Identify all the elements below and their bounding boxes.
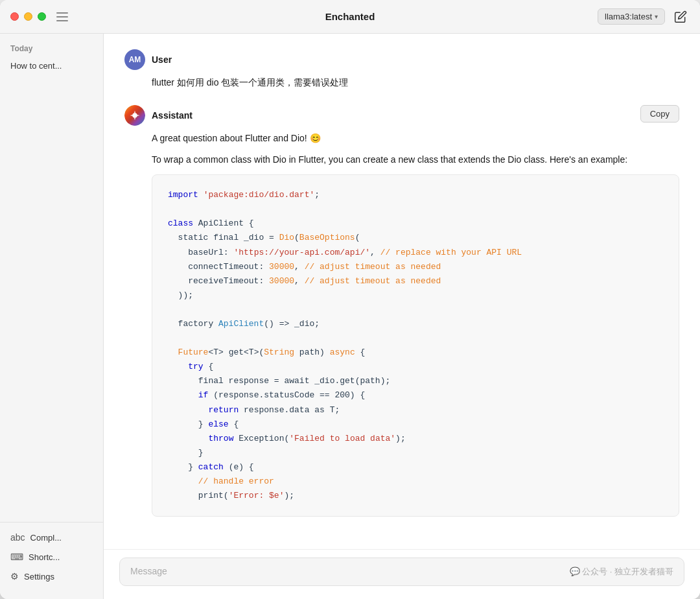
assistant-message-header: Assistant — [124, 105, 679, 126]
close-button[interactable] — [10, 12, 19, 21]
user-avatar: AM — [124, 49, 145, 70]
watermark-label: 💬 公众号 · 独立开发者猫哥 — [570, 566, 673, 578]
abc-icon: abc — [10, 532, 25, 543]
message-input-container[interactable]: Message 💬 公众号 · 独立开发者猫哥 — [119, 558, 684, 586]
sidebar: Today How to cent... abc Compl... ⌨ Shor… — [0, 34, 104, 599]
assistant-avatar — [124, 105, 145, 126]
completions-label: Compl... — [30, 533, 62, 543]
code-block: import 'package:dio/dio.dart'; class Api… — [152, 174, 679, 517]
code-line-3: static final _dio = Dio(BaseOptions( — [168, 231, 663, 245]
toggle-line — [56, 12, 68, 14]
chevron-down-icon: ▾ — [655, 13, 658, 20]
user-message-text: flutter 如何用 dio 包装一个通用类，需要错误处理 — [152, 75, 679, 89]
assistant-avatar-inner — [124, 105, 145, 126]
copy-button[interactable]: Copy — [640, 105, 679, 123]
settings-label: Settings — [24, 572, 54, 581]
code-line-6: receiveTimeout: 30000, // adjust timeout… — [168, 274, 663, 288]
minimize-button[interactable] — [24, 12, 32, 21]
code-line-15: return response.data as T; — [168, 403, 663, 417]
input-area: Message 💬 公众号 · 独立开发者猫哥 — [104, 549, 700, 599]
gear-icon: ⚙ — [10, 571, 19, 581]
new-chat-button[interactable] — [671, 8, 690, 26]
sidebar-item-history[interactable]: How to cent... — [0, 57, 103, 75]
message-input-placeholder: Message — [130, 566, 167, 576]
app-title: Enchanted — [325, 11, 375, 22]
svg-point-0 — [132, 113, 137, 119]
code-line-5: connectTimeout: 30000, // adjust timeout… — [168, 260, 663, 274]
maximize-button[interactable] — [38, 12, 46, 21]
toggle-line — [56, 20, 68, 21]
assistant-message: Assistant Copy A great question about Fl… — [124, 105, 679, 517]
titlebar-actions: llama3:latest ▾ — [598, 8, 690, 26]
traffic-lights — [10, 12, 46, 21]
code-line-17: throw Exception('Failed to load data'); — [168, 432, 663, 446]
assistant-intro-1: A great question about Flutter and Dio! … — [152, 131, 679, 145]
app-window: Enchanted llama3:latest ▾ Today How to c… — [0, 0, 700, 599]
model-selector-button[interactable]: llama3:latest ▾ — [598, 8, 665, 25]
sidebar-toggle-button[interactable] — [56, 12, 68, 21]
user-message-content: flutter 如何用 dio 包装一个通用类，需要错误处理 — [124, 75, 679, 89]
titlebar: Enchanted llama3:latest ▾ — [0, 0, 700, 34]
code-line-0: import 'package:dio/dio.dart'; — [168, 188, 663, 202]
code-line-18: } — [168, 446, 663, 460]
chat-messages: AM User flutter 如何用 dio 包装一个通用类，需要错误处理 — [104, 34, 700, 549]
chat-area: AM User flutter 如何用 dio 包装一个通用类，需要错误处理 — [104, 34, 700, 599]
model-name-label: llama3:latest — [605, 12, 652, 21]
main-layout: Today How to cent... abc Compl... ⌨ Shor… — [0, 34, 700, 599]
sidebar-today-label: Today — [0, 41, 103, 57]
user-message-header: AM User — [124, 49, 679, 70]
assistant-name-label: Assistant — [152, 110, 192, 121]
code-line-16: } else { — [168, 417, 663, 432]
assistant-intro-2: To wrap a common class with Dio in Flutt… — [152, 152, 679, 167]
shortcuts-label: Shortc... — [29, 552, 60, 562]
code-line-7: )); — [168, 288, 663, 303]
sidebar-item-settings[interactable]: ⚙ Settings — [0, 567, 103, 586]
keyboard-icon: ⌨ — [10, 552, 23, 562]
sidebar-item-shortcuts[interactable]: ⌨ Shortc... — [0, 547, 103, 567]
code-line-21: print('Error: $e'); — [168, 489, 663, 503]
code-line-4: baseUrl: 'https://your-api.com/api/', //… — [168, 246, 663, 260]
user-name-label: User — [152, 54, 172, 65]
code-line-19: } catch (e) { — [168, 460, 663, 475]
code-line-10 — [168, 331, 663, 346]
sidebar-item-completions[interactable]: abc Compl... — [0, 528, 103, 547]
code-line-1 — [168, 202, 663, 217]
code-line-20: // handle error — [168, 475, 663, 489]
sidebar-bottom: abc Compl... ⌨ Shortc... ⚙ Settings — [0, 522, 103, 591]
code-line-2: class ApiClient { — [168, 217, 663, 231]
user-message: AM User flutter 如何用 dio 包装一个通用类，需要错误处理 — [124, 49, 679, 89]
assistant-message-content: A great question about Flutter and Dio! … — [124, 131, 679, 517]
code-line-13: final response = await _dio.get(path); — [168, 374, 663, 388]
code-line-12: try { — [168, 360, 663, 374]
code-line-9: factory ApiClient() => _dio; — [168, 317, 663, 331]
sidebar-spacer — [0, 75, 103, 522]
code-line-11: Future<T> get<T>(String path) async { — [168, 346, 663, 360]
toggle-line — [56, 16, 68, 18]
code-line-14: if (response.statusCode == 200) { — [168, 388, 663, 403]
code-line-8 — [168, 303, 663, 317]
